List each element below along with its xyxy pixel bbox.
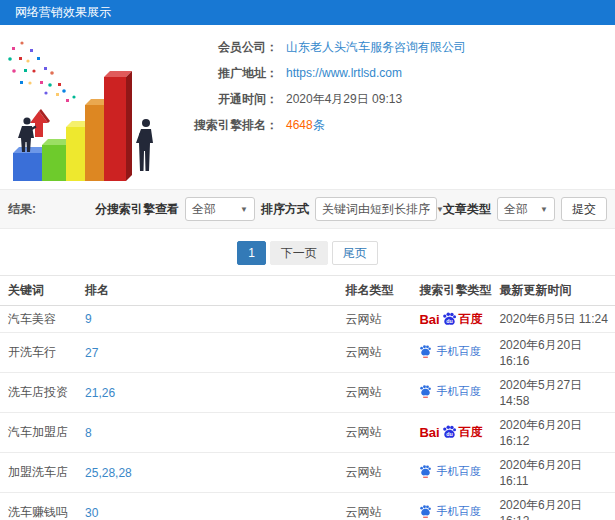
rank-type-cell: 云网站	[341, 306, 415, 333]
rank-cell: 21,26	[81, 373, 341, 413]
info-row-open-time: 开通时间： 2020年4月29日 09:13	[168, 91, 466, 107]
col-header-rank: 排名	[81, 276, 341, 306]
rank-link[interactable]: 25,28,28	[85, 466, 132, 480]
rank-link[interactable]: 30	[85, 506, 98, 520]
account-info-list: 会员公司： 山东老人头汽车服务咨询有限公司 推广地址： https://www.…	[168, 33, 466, 187]
updated-cell: 2020年6月20日 16:12	[495, 413, 615, 453]
keyword-cell: 开洗车行	[0, 333, 81, 373]
svg-text:du: du	[446, 431, 453, 437]
mobile-baidu-logo: 手机百度	[419, 504, 480, 519]
keyword-cell: 洗车店投资	[0, 373, 81, 413]
account-info-section: 会员公司： 山东老人头汽车服务咨询有限公司 推广地址： https://www.…	[0, 25, 615, 187]
rank-cell: 27	[81, 333, 341, 373]
rank-link[interactable]: 27	[85, 346, 98, 360]
updated-cell: 2020年6月20日 16:12	[495, 493, 615, 520]
rank-cell: 9	[81, 306, 341, 333]
updated-cell: 2020年5月27日 14:58	[495, 373, 615, 413]
result-label: 结果:	[8, 201, 36, 218]
member-company-label: 会员公司：	[168, 39, 278, 55]
updated-cell: 2020年6月20日 16:11	[495, 453, 615, 493]
rank-cell: 8	[81, 413, 341, 453]
rank-cell: 30	[81, 493, 341, 520]
marketing-report-page: 网络营销效果展示	[0, 0, 615, 520]
table-row: 洗车赚钱吗30云网站手机百度2020年6月20日 16:12	[0, 493, 615, 520]
keyword-cell: 汽车美容	[0, 306, 81, 333]
engine-cell: Baidu百度	[415, 413, 495, 453]
sort-filter-label: 排序方式	[261, 201, 309, 218]
page-1-button[interactable]: 1	[237, 241, 266, 265]
mobile-baidu-logo: 手机百度	[419, 344, 480, 359]
sort-filter-select[interactable]: 关键词由短到长排序 ▼	[315, 197, 437, 221]
chevron-down-icon: ▼	[234, 205, 248, 214]
keyword-cell: 汽车加盟店	[0, 413, 81, 453]
bar-growth-illustration-svg	[0, 33, 168, 185]
col-header-rank-type: 排名类型	[341, 276, 415, 306]
chevron-down-icon: ▼	[430, 205, 444, 214]
rank-cell: 25,28,28	[81, 453, 341, 493]
businessman-right	[136, 119, 153, 171]
member-company-link[interactable]: 山东老人头汽车服务咨询有限公司	[286, 39, 466, 55]
table-row: 洗车店投资21,26云网站手机百度2020年5月27日 14:58	[0, 373, 615, 413]
info-row-company: 会员公司： 山东老人头汽车服务咨询有限公司	[168, 39, 466, 55]
updated-cell: 2020年6月20日 16:16	[495, 333, 615, 373]
page-title: 网络营销效果展示	[15, 5, 111, 19]
keyword-cell: 洗车赚钱吗	[0, 493, 81, 520]
mobile-baidu-logo: 手机百度	[419, 464, 480, 479]
engine-filter-label: 分搜索引擎查看	[95, 201, 179, 218]
info-row-rank-count: 搜索引擎排名： 4648条	[168, 117, 466, 133]
article-type-select[interactable]: 全部 ▼	[497, 197, 555, 221]
page-header: 网络营销效果展示	[0, 0, 615, 25]
baidu-logo: Baidu百度	[419, 311, 482, 328]
engine-rank-label: 搜索引擎排名：	[168, 117, 278, 133]
rank-type-cell: 云网站	[341, 453, 415, 493]
table-row: 汽车加盟店8云网站Baidu百度2020年6月20日 16:12	[0, 413, 615, 453]
keyword-cell: 加盟洗车店	[0, 453, 81, 493]
sort-filter-value: 关键词由短到长排序	[322, 201, 430, 218]
baidu-logo: Baidu百度	[419, 424, 482, 441]
rank-type-cell: 云网站	[341, 493, 415, 520]
engine-cell: Baidu百度	[415, 306, 495, 333]
promo-url-label: 推广地址：	[168, 65, 278, 81]
rank-link[interactable]: 8	[85, 426, 92, 440]
filter-group: 分搜索引擎查看 全部 ▼ 排序方式 关键词由短到长排序 ▼ 文章类型 全部 ▼ …	[95, 197, 607, 221]
open-time-value: 2020年4月29日 09:13	[286, 91, 402, 107]
open-time-label: 开通时间：	[168, 91, 278, 107]
promo-url-link[interactable]: https://www.lrtlsd.com	[286, 65, 402, 81]
col-header-updated: 最新更新时间	[495, 276, 615, 306]
col-header-engine: 搜索引擎类型	[415, 276, 495, 306]
pagination: 1 下一页 尾页	[0, 241, 615, 265]
rank-type-cell: 云网站	[341, 373, 415, 413]
engine-filter-value: 全部	[192, 201, 216, 218]
rank-type-cell: 云网站	[341, 413, 415, 453]
chevron-down-icon: ▼	[534, 205, 548, 214]
marketing-chart-illustration	[0, 33, 168, 185]
last-page-button[interactable]: 尾页	[332, 241, 378, 265]
engine-filter-select[interactable]: 全部 ▼	[185, 197, 255, 221]
ranking-table: 关键词 排名 排名类型 搜索引擎类型 最新更新时间 汽车美容9云网站Baidu百…	[0, 275, 615, 520]
table-header-row: 关键词 排名 排名类型 搜索引擎类型 最新更新时间	[0, 276, 615, 306]
rank-count-suffix-link[interactable]: 条	[313, 117, 325, 133]
info-row-url: 推广地址： https://www.lrtlsd.com	[168, 65, 466, 81]
next-page-button[interactable]: 下一页	[270, 241, 328, 265]
rank-link[interactable]: 21,26	[85, 386, 115, 400]
article-type-label: 文章类型	[443, 201, 491, 218]
article-type-value: 全部	[504, 201, 528, 218]
updated-cell: 2020年6月5日 11:24	[495, 306, 615, 333]
mobile-baidu-logo: 手机百度	[419, 384, 480, 399]
rank-type-cell: 云网站	[341, 333, 415, 373]
svg-text:du: du	[446, 317, 453, 323]
confetti-dots	[8, 41, 75, 102]
filter-bar: 结果: 分搜索引擎查看 全部 ▼ 排序方式 关键词由短到长排序 ▼ 文章类型 全…	[0, 189, 615, 229]
engine-cell: 手机百度	[415, 453, 495, 493]
table-row: 加盟洗车店25,28,28云网站手机百度2020年6月20日 16:11	[0, 453, 615, 493]
engine-cell: 手机百度	[415, 493, 495, 520]
submit-button[interactable]: 提交	[561, 197, 607, 221]
engine-cell: 手机百度	[415, 373, 495, 413]
col-header-keyword: 关键词	[0, 276, 81, 306]
rank-count-number: 4648	[286, 117, 313, 133]
table-row: 开洗车行27云网站手机百度2020年6月20日 16:16	[0, 333, 615, 373]
table-row: 汽车美容9云网站Baidu百度2020年6月5日 11:24	[0, 306, 615, 333]
rank-link[interactable]: 9	[85, 312, 92, 326]
engine-cell: 手机百度	[415, 333, 495, 373]
